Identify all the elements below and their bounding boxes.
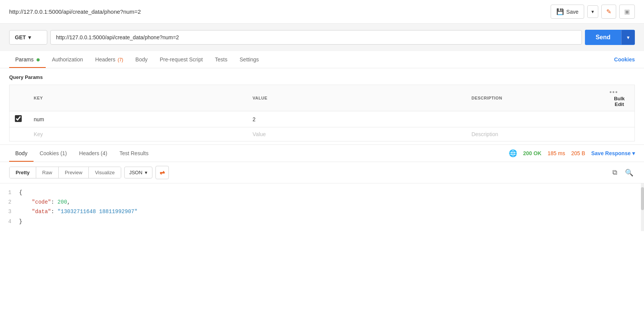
send-button[interactable]: Send [585,30,621,45]
request-tabs: Params Authorization Headers (7) Body Pr… [0,51,644,68]
method-label: GET [15,34,26,40]
code-line-4: 4 } [0,217,644,226]
params-section: Query Params KEY VALUE DESCRIPTION ••• B… [0,68,644,141]
row-param-value: 2 [253,116,256,122]
format-bar: Pretty Raw Preview Visualize JSON ▾ ⇌ ⧉ … [0,162,644,183]
row-actions-cell [604,111,635,127]
format-tab-pretty[interactable]: Pretty [10,167,36,178]
tab-pre-request[interactable]: Pre-request Script [154,51,209,68]
save-button[interactable]: 💾 Save [551,5,584,19]
code-line-1: 1 { [0,188,644,198]
search-button[interactable]: 🔍 [623,167,635,178]
format-type-chevron-icon: ▾ [145,170,147,175]
chevron-down-icon: ▾ [591,9,594,14]
send-chevron-icon: ▾ [627,34,630,40]
col-header-check [10,85,29,111]
more-icon[interactable]: ••• [610,89,618,95]
line-content-2: "code": 200, [19,198,644,207]
response-tab-headers-label: Headers (4) [79,150,107,156]
header-bar: http://127.0.0.1:5000/api/create_data/ph… [0,0,644,24]
scrollbar-thumb [641,187,644,210]
cookies-link[interactable]: Cookies [614,51,635,68]
row-key-value: num [34,116,44,122]
tab-body-label: Body [135,56,147,63]
description-placeholder: Description [471,131,498,137]
key-placeholder: Key [34,131,43,137]
tab-headers[interactable]: Headers (7) [89,51,129,68]
bulk-edit-button[interactable]: Bulk Edit [610,96,630,107]
row-checkbox[interactable] [15,115,22,122]
row-key-cell: num [29,111,247,127]
table-placeholder-row: Key Value Description [10,127,635,141]
params-table: KEY VALUE DESCRIPTION ••• Bulk Edit num [9,85,635,141]
params-dot-indicator [37,58,40,61]
wrap-button[interactable]: ⇌ [155,166,169,179]
value-placeholder: Value [253,131,266,137]
json-val-data: "13032711648 18811992907" [58,209,138,215]
search-icon: 🔍 [625,169,633,177]
tab-tests-label: Tests [215,56,227,63]
json-val-code: 200 [58,199,67,205]
tab-body[interactable]: Body [129,51,154,68]
edit-button[interactable]: ✎ [601,5,616,19]
response-tab-test-results[interactable]: Test Results [113,145,154,162]
format-tab-visualize[interactable]: Visualize [89,167,121,178]
response-tab-headers[interactable]: Headers (4) [73,145,114,162]
code-line-2: 2 "code": 200, [0,198,644,207]
save-icon: 💾 [556,8,564,15]
header-actions: 💾 Save ▾ ✎ ▣ [551,5,635,19]
comment-button[interactable]: ▣ [619,5,635,19]
scrollbar-right[interactable] [641,183,644,231]
response-tab-cookies[interactable]: Cookies (1) [34,145,73,162]
tab-authorization[interactable]: Authorization [46,51,89,68]
wrap-icon: ⇌ [160,169,165,176]
format-tab-preview[interactable]: Preview [59,167,89,178]
response-tab-body[interactable]: Body [9,145,34,162]
response-tab-cookies-label: Cookies (1) [40,150,67,156]
globe-icon: 🌐 [509,149,517,157]
request-bar: GET ▾ Send ▾ [0,24,644,51]
tab-settings[interactable]: Settings [234,51,265,68]
code-area-wrapper: 1 { 2 "code": 200, 3 "data": "1303271164… [0,183,644,231]
url-input[interactable] [50,30,582,45]
format-tab-raw[interactable]: Raw [36,167,59,178]
response-section: Body Cookies (1) Headers (4) Test Result… [0,145,644,231]
response-tab-test-results-label: Test Results [119,150,148,156]
response-time: 185 ms [548,150,565,156]
save-label: Save [566,9,578,15]
line-content-3: "data": "13032711648 18811992907" [19,207,644,217]
row-value-cell: 2 [247,111,466,127]
comment-icon: ▣ [624,8,630,15]
send-dropdown-button[interactable]: ▾ [621,30,635,45]
line-num-3: 3 [0,207,19,217]
save-response-label: Save Response [591,150,631,156]
header-url: http://127.0.0.1:5000/api/create_data/ph… [9,8,141,15]
col-header-actions: ••• Bulk Edit [604,85,635,111]
json-key-data: "data" [32,209,51,215]
send-button-group: Send ▾ [585,30,635,45]
query-params-title: Query Params [9,74,635,80]
headers-badge: (7) [118,57,123,63]
row-checkbox-cell [10,111,29,127]
response-size: 205 B [571,150,585,156]
tab-params[interactable]: Params [9,51,46,68]
status-code: 200 OK [523,150,541,156]
method-select[interactable]: GET ▾ [9,30,47,45]
format-tab-group: Pretty Raw Preview Visualize [9,167,121,178]
copy-icon: ⧉ [612,169,617,176]
save-response-button[interactable]: Save Response ▾ [591,150,635,156]
table-row: num 2 [10,111,635,127]
code-area: 1 { 2 "code": 200, 3 "data": "1303271164… [0,183,644,231]
col-header-value: VALUE [247,85,466,111]
format-type-select[interactable]: JSON ▾ [124,167,152,178]
code-line-3: 3 "data": "13032711648 18811992907" [0,207,644,217]
method-chevron-icon: ▾ [28,34,31,40]
tab-tests[interactable]: Tests [209,51,234,68]
copy-button[interactable]: ⧉ [611,167,619,178]
response-tabs: Body Cookies (1) Headers (4) Test Result… [0,145,644,162]
tab-headers-label: Headers [95,56,117,63]
json-key-code: "code" [32,199,51,205]
line-content-4: } [19,217,644,226]
tab-settings-label: Settings [240,56,259,63]
save-dropdown-button[interactable]: ▾ [587,5,598,18]
